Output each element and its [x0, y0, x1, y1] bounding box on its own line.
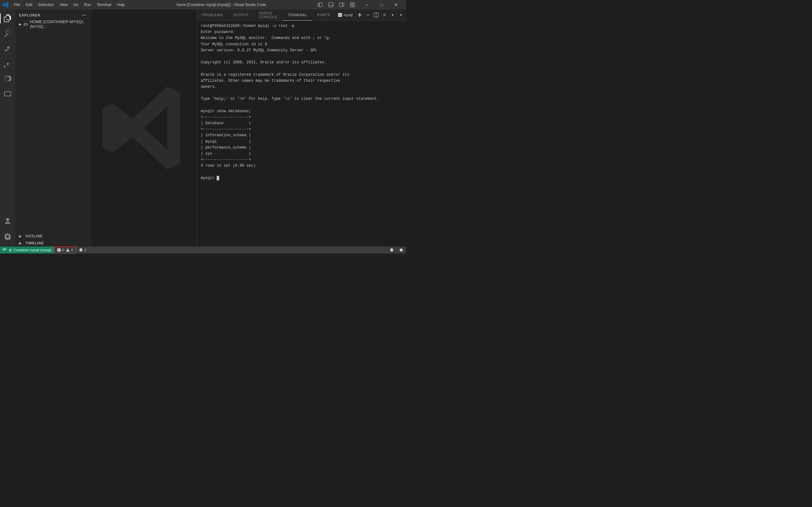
activity-item-accounts[interactable] [0, 214, 15, 229]
titlebar-controls: ─ □ ✕ [360, 0, 403, 9]
maximize-button[interactable]: □ [374, 0, 389, 9]
statusbar: ⊞ Container mysql (mysql) 0 0 1 [0, 246, 406, 253]
timeline-label: TIMELINE [26, 241, 44, 245]
activity-bar [0, 9, 15, 246]
right-panel: PROBLEMS OUTPUT DEBUG CONSOLE TERMINAL P… [197, 9, 406, 246]
svg-rect-10 [4, 92, 11, 96]
tab-terminal[interactable]: TERMINAL [283, 9, 312, 20]
menu-view[interactable]: View [57, 2, 70, 8]
statusbar-right [387, 246, 406, 253]
panel-tab-actions: mysql [335, 11, 406, 19]
sidebar-header: Explorer ⋯ [15, 9, 91, 20]
sidebar-title: Explorer [19, 13, 41, 17]
terminal-output[interactable]: root@f850a5412b90:/home# mysql -u root -… [197, 20, 406, 246]
statusbar-notification-count: 1 [84, 248, 86, 252]
activity-item-run-debug[interactable] [0, 56, 15, 72]
svg-rect-7 [353, 3, 355, 4]
sidebar-header-actions: ⋯ [81, 12, 88, 19]
terminal-text: root@f850a5412b90:/home# mysql -u root -… [201, 23, 402, 181]
svg-rect-1 [319, 3, 322, 7]
statusbar-remote-text: Container mysql (mysql) [14, 248, 51, 252]
folder-icon: 🗁 [23, 21, 28, 26]
statusbar-left: ⊞ Container mysql (mysql) 0 0 1 [0, 246, 89, 253]
activity-item-source-control[interactable] [0, 41, 15, 56]
prev-terminal-button[interactable] [389, 11, 397, 19]
statusbar-notification-bell[interactable] [387, 246, 397, 253]
svg-rect-8 [350, 5, 352, 7]
statusbar-warning-count: 0 [71, 248, 73, 252]
titlebar-layout-icons [315, 2, 357, 8]
panel-tabs: PROBLEMS OUTPUT DEBUG CONSOLE TERMINAL P… [197, 9, 406, 20]
vscode-logo [3, 2, 9, 8]
outline-label: OUTLINE [26, 234, 43, 238]
statusbar-remote-label: ⊞ [9, 248, 12, 252]
svg-rect-6 [350, 3, 352, 4]
titlebar-menu: File Edit Selection View Go Run Terminal… [11, 2, 127, 8]
menu-file[interactable]: File [11, 2, 22, 8]
statusbar-error-count: 0 [62, 248, 64, 252]
statusbar-broadcast[interactable] [397, 246, 406, 253]
activity-item-search[interactable] [0, 26, 15, 41]
editor-area [91, 9, 197, 246]
terminal-cursor [217, 176, 219, 180]
activity-item-remote-explorer[interactable] [0, 87, 15, 102]
menu-edit[interactable]: Edit [23, 2, 35, 8]
menu-terminal[interactable]: Terminal [94, 2, 113, 8]
main-layout: Explorer ⋯ ▶ 🗁 HOME [CONTAINER MYSQL (MY… [0, 9, 406, 246]
statusbar-errors[interactable]: 0 0 [54, 246, 76, 253]
next-terminal-button[interactable] [397, 11, 405, 19]
toggle-panel-icon[interactable] [326, 2, 336, 8]
tab-output[interactable]: OUTPUT [228, 9, 254, 20]
timeline-chevron-icon: ▶ [19, 241, 24, 245]
sidebar-outline[interactable]: ▶ OUTLINE [15, 233, 91, 239]
toggle-right-sidebar-icon[interactable] [337, 2, 346, 8]
activity-item-explorer[interactable] [0, 11, 15, 26]
close-panel-button[interactable] [405, 11, 406, 19]
menu-selection[interactable]: Selection [36, 2, 56, 8]
sidebar-tree-root[interactable]: ▶ 🗁 HOME [CONTAINER MYSQL (MYSQ... [15, 20, 91, 27]
activity-item-extensions[interactable] [0, 72, 15, 87]
sidebar-more-actions[interactable]: ⋯ [81, 12, 88, 19]
terminal-label: mysql [344, 13, 353, 17]
sidebar-timeline[interactable]: ▶ TIMELINE [15, 239, 91, 246]
customize-layout-icon[interactable] [348, 2, 357, 8]
kill-terminal-button[interactable] [380, 11, 388, 19]
menu-help[interactable]: Help [114, 2, 128, 8]
terminal-instance: mysql [335, 13, 355, 17]
terminal-dropdown-button[interactable] [364, 11, 372, 19]
sidebar: Explorer ⋯ ▶ 🗁 HOME [CONTAINER MYSQL (MY… [15, 9, 91, 246]
tab-problems[interactable]: PROBLEMS [197, 9, 228, 20]
tree-chevron-icon: ▶ [19, 22, 23, 26]
activity-item-settings[interactable] [0, 229, 15, 244]
svg-rect-0 [318, 3, 319, 7]
toggle-sidebar-icon[interactable] [315, 2, 325, 8]
svg-rect-9 [353, 5, 355, 7]
tab-ports[interactable]: PORTS [312, 9, 335, 20]
svg-rect-4 [339, 3, 342, 7]
window-title: home [Container mysql (mysql)] - Visual … [127, 3, 315, 7]
statusbar-notifications[interactable]: 1 [76, 246, 89, 253]
new-terminal-button[interactable] [356, 11, 363, 19]
sidebar-bottom-section: ▶ OUTLINE ▶ TIMELINE [15, 233, 91, 246]
close-button[interactable]: ✕ [389, 0, 403, 9]
vscode-watermark [96, 80, 192, 176]
menu-run[interactable]: Run [82, 2, 94, 8]
minimize-button[interactable]: ─ [360, 0, 374, 9]
menu-go[interactable]: Go [71, 2, 81, 8]
statusbar-remote[interactable]: ⊞ Container mysql (mysql) [0, 246, 54, 253]
tab-debug-console[interactable]: DEBUG CONSOLE [254, 9, 283, 20]
split-terminal-button[interactable] [372, 11, 380, 19]
outline-chevron-icon: ▶ [19, 234, 24, 238]
svg-rect-2 [328, 3, 333, 7]
titlebar: File Edit Selection View Go Run Terminal… [0, 0, 406, 9]
svg-rect-5 [343, 3, 344, 7]
